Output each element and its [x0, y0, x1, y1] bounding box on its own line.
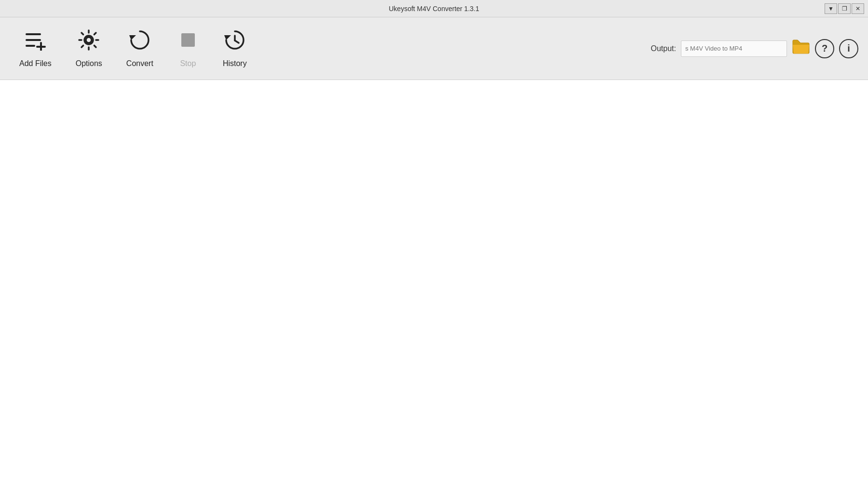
convert-icon	[129, 29, 150, 55]
add-files-button[interactable]: Add Files	[10, 25, 61, 73]
convert-button[interactable]: Convert	[117, 25, 163, 73]
add-files-label: Add Files	[19, 59, 52, 68]
stop-button[interactable]: Stop	[168, 25, 208, 73]
options-icon	[78, 29, 99, 55]
window-controls: ▼ ❒ ✕	[825, 3, 864, 14]
svg-point-5	[86, 37, 92, 43]
close-button[interactable]: ✕	[852, 3, 864, 14]
add-files-icon	[25, 29, 46, 55]
minimize-button[interactable]: ▼	[825, 3, 837, 14]
output-input[interactable]	[681, 40, 787, 57]
main-content	[0, 80, 868, 482]
stop-label: Stop	[180, 59, 196, 68]
output-area: Output: ? i	[651, 39, 858, 58]
history-icon	[224, 29, 245, 55]
toolbar: Add Files Options Convert Stop	[0, 17, 868, 80]
convert-label: Convert	[126, 59, 153, 68]
svg-rect-8	[181, 33, 195, 47]
info-button[interactable]: i	[839, 39, 858, 58]
folder-button[interactable]	[792, 39, 810, 58]
history-button[interactable]: History	[213, 25, 257, 73]
svg-marker-7	[129, 35, 136, 40]
stop-icon	[177, 29, 199, 55]
svg-marker-9	[224, 35, 231, 40]
output-label: Output:	[651, 44, 676, 53]
options-button[interactable]: Options	[66, 25, 112, 73]
window-title: Ukeysoft M4V Converter 1.3.1	[389, 5, 479, 13]
info-icon: i	[847, 43, 850, 54]
history-label: History	[223, 59, 247, 68]
options-label: Options	[76, 59, 102, 68]
svg-line-11	[235, 40, 239, 43]
help-button[interactable]: ?	[815, 39, 834, 58]
title-bar: Ukeysoft M4V Converter 1.3.1 ▼ ❒ ✕	[0, 0, 868, 17]
help-icon: ?	[822, 43, 827, 54]
restore-button[interactable]: ❒	[838, 3, 851, 14]
